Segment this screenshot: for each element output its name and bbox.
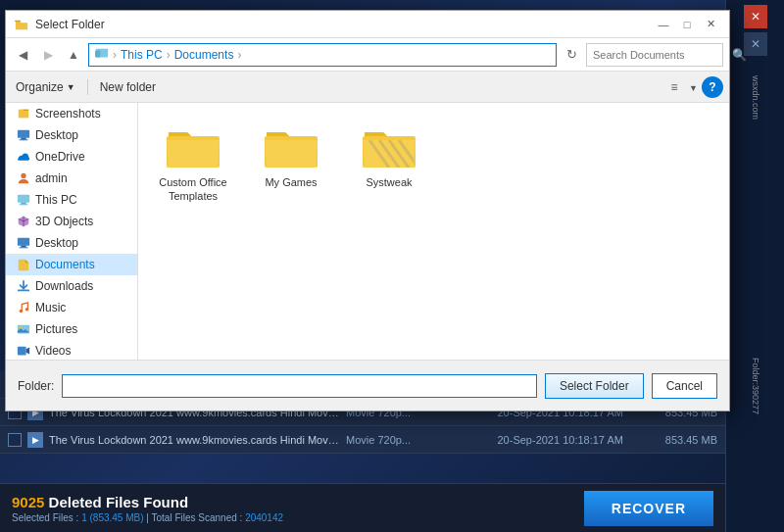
folder-label-text: Folder: [18, 379, 54, 393]
bottom-bar: 9025 Deleted Files Found Selected Files … [0, 483, 725, 532]
sidebar-item-3dobjects[interactable]: 3D Objects [6, 211, 137, 232]
sidebar-item-documents[interactable]: Documents [6, 254, 137, 275]
view-dropdown[interactable]: ▼ [689, 80, 698, 94]
sidebar-item-music[interactable]: Music [6, 297, 137, 318]
recover-button[interactable]: RECOVER [584, 491, 713, 526]
file-type: Movie 720p... [346, 434, 492, 446]
path-separator2: › [167, 48, 171, 62]
minimize-button[interactable]: — [653, 14, 674, 35]
toolbar-right: ≡ ▼ ? [663, 76, 723, 98]
3dobjects-icon [16, 214, 31, 229]
thispc-icon [16, 192, 31, 208]
view-toggle-button[interactable]: ≡ [663, 76, 685, 98]
file-checkbox[interactable] [8, 433, 22, 447]
list-view-icon: ≡ [671, 80, 678, 94]
deleted-count: 9025 Deleted Files Found [12, 494, 283, 510]
sidebar-item-label: Music [35, 301, 66, 314]
svg-rect-2 [95, 50, 100, 57]
svg-rect-4 [21, 138, 25, 140]
path-separator3: › [237, 48, 241, 62]
sidebar-item-pictures[interactable]: Pictures [6, 318, 137, 340]
videos-icon [16, 343, 31, 359]
svg-rect-8 [21, 203, 25, 205]
folder-label: My Games [265, 175, 317, 189]
sidebar-item-label: OneDrive [35, 150, 85, 164]
title-controls: — □ ✕ [653, 14, 721, 35]
sidebar-item-admin[interactable]: admin [6, 168, 137, 189]
sidebar-item-onedrive[interactable]: OneDrive [6, 146, 137, 168]
sidebar-item-screenshots[interactable]: Screenshots [6, 103, 137, 124]
dialog-close-button[interactable]: ✕ [700, 14, 721, 35]
sidebar-item-label: Documents [35, 258, 95, 271]
close-button-1[interactable]: ✕ [744, 5, 767, 28]
selected-value-link[interactable]: 1 (853.45 MB) [81, 512, 143, 523]
search-box[interactable]: 🔍 [586, 43, 723, 67]
toolbar: Organize ▼ New folder ≡ ▼ ? [6, 72, 729, 103]
pictures-icon [16, 321, 31, 337]
close-button-2[interactable]: ✕ [744, 32, 767, 56]
dialog-title-text: Select Folder [35, 18, 105, 31]
sidebar-item-desktop2[interactable]: Desktop [6, 232, 137, 254]
sidebar: Screenshots Desktop [6, 103, 138, 360]
svg-rect-17 [18, 347, 26, 356]
sidebar-item-desktop[interactable]: Desktop [6, 124, 137, 146]
select-folder-dialog: Select Folder — □ ✕ ◀ ▶ ▲ › This PC › Do… [5, 10, 730, 411]
music-icon [16, 300, 31, 315]
file-row[interactable]: ▶ The Virus Lockdown 2021 www.9kmovies.c… [0, 426, 725, 454]
svg-point-13 [20, 310, 24, 314]
folder-input[interactable] [62, 374, 537, 398]
file-date: 20-Sep-2021 10:18:17 AM [498, 434, 644, 446]
sidebar-item-label: 3D Objects [35, 215, 93, 228]
folder-label: Systweak [366, 175, 412, 189]
desktop2-icon [16, 235, 31, 251]
watermark-text: wsxdn.com [749, 75, 761, 120]
bottom-info: Selected Files : 1 (853.45 MB) | Total F… [12, 512, 283, 523]
folder-icon-my-games [262, 122, 320, 171]
sidebar-item-videos[interactable]: Videos [6, 340, 137, 360]
svg-rect-12 [20, 247, 28, 248]
search-icon: 🔍 [732, 48, 747, 62]
organize-button[interactable]: Organize ▼ [12, 78, 79, 96]
maximize-button[interactable]: □ [676, 14, 698, 35]
file-area: Custom Office Templates My Games [138, 103, 729, 360]
path-part-documents[interactable]: Documents [174, 48, 234, 62]
cancel-button[interactable]: Cancel [652, 373, 717, 399]
refresh-button[interactable]: ↻ [561, 44, 582, 66]
title-bar-left: Select Folder [14, 17, 105, 32]
file-size: 853.45 MB [649, 434, 717, 446]
select-folder-button[interactable]: Select Folder [545, 373, 644, 399]
file-name: The Virus Lockdown 2021 www.9kmovies.car… [49, 434, 340, 446]
address-path[interactable]: › This PC › Documents › [88, 43, 557, 67]
dialog-titlebar: Select Folder — □ ✕ [6, 11, 729, 38]
folder-icon-custom-office [164, 122, 222, 171]
folder-item-systweak[interactable]: Systweak [350, 119, 428, 208]
sidebar-item-label: Screenshots [35, 107, 101, 121]
content-area: Screenshots Desktop [6, 103, 729, 360]
admin-icon [16, 170, 31, 186]
folder-item-my-games[interactable]: My Games [252, 119, 330, 208]
help-button[interactable]: ? [702, 76, 723, 98]
search-input[interactable] [593, 49, 728, 61]
scanned-value-link[interactable]: 2040142 [245, 512, 283, 523]
new-folder-button[interactable]: New folder [96, 78, 160, 96]
back-button[interactable]: ◀ [12, 44, 33, 66]
path-part-thispc[interactable]: This PC [121, 48, 163, 62]
folder-info-text: Folder:390277 [749, 358, 761, 414]
sidebar-item-label: admin [35, 171, 68, 185]
desktop-icon [16, 127, 31, 143]
forward-button[interactable]: ▶ [37, 44, 59, 66]
sidebar-item-label: Desktop [35, 236, 78, 250]
svg-rect-9 [20, 204, 28, 205]
address-bar: ◀ ▶ ▲ › This PC › Documents › ↻ 🔍 [6, 38, 729, 72]
sidebar-item-label: Downloads [35, 279, 93, 293]
sidebar-item-thispc[interactable]: This PC [6, 189, 137, 211]
screenshots-icon [16, 106, 31, 121]
folder-item-custom-office[interactable]: Custom Office Templates [154, 119, 232, 208]
bottom-left: 9025 Deleted Files Found Selected Files … [12, 494, 283, 523]
dialog-footer: Folder: Select Folder Cancel [6, 360, 729, 411]
sidebar-item-downloads[interactable]: Downloads [6, 275, 137, 297]
up-button[interactable]: ▲ [63, 44, 84, 66]
onedrive-icon [16, 149, 31, 165]
svg-rect-5 [20, 139, 28, 140]
toolbar-divider [87, 79, 88, 95]
